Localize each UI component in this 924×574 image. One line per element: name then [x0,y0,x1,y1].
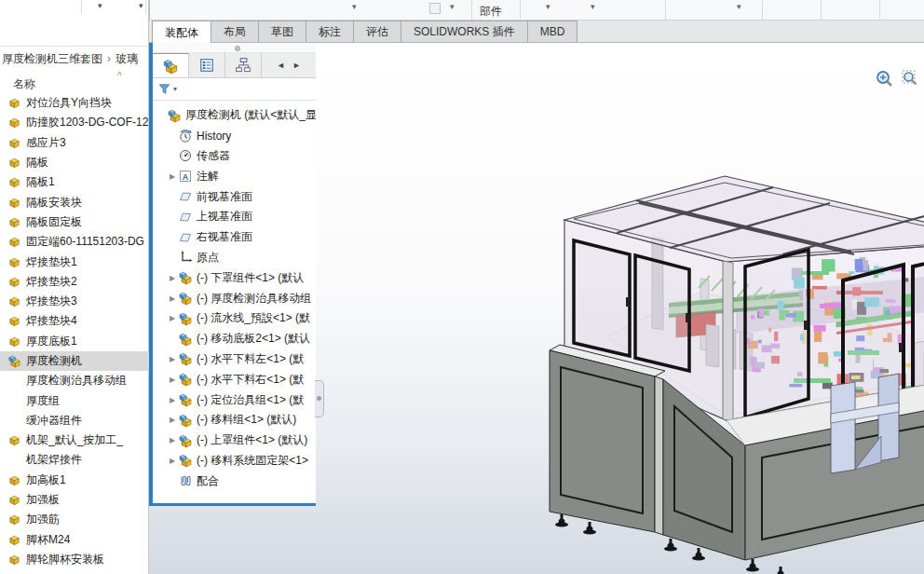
chevron-down-icon[interactable]: ▾ [737,2,741,11]
part-file-icon [7,553,21,567]
tree-item[interactable]: ▶(-) 下罩组件<1> (默认 [153,267,316,288]
tab-configurationmanager[interactable] [225,53,262,77]
breadcrumb-segment[interactable]: 玻璃 [116,52,138,65]
sort-ascending-icon[interactable]: ^ [117,71,122,81]
expand-arrow-icon[interactable]: ▶ [167,416,178,424]
chevron-down-icon[interactable]: ▾ [173,85,177,93]
tree-item[interactable]: History [153,126,316,146]
file-list-item[interactable]: 厚度底板1 [0,332,149,351]
tab-mbd[interactable]: MBD [527,20,578,42]
tree-item[interactable]: ▶(-) 移料组<1> (默认) [153,410,316,430]
tree-item[interactable]: 右视基准面 [153,227,316,248]
tree-item[interactable]: ▶(-) 流水线_預設<1> (默 [153,308,316,329]
chevron-down-icon[interactable]: ▾ [450,2,455,11]
file-list-item[interactable]: 隔板 [0,153,149,172]
chevron-down-icon[interactable]: ▾ [546,2,550,11]
file-list-item[interactable]: 机架_默认_按加工_ [0,430,149,450]
expand-arrow-icon[interactable]: ▶ [167,376,178,384]
tab-layout[interactable]: 布局 [211,20,259,42]
assembly-icon [178,413,193,428]
file-list-item[interactable]: 焊接垫块2 [0,272,149,292]
tree-item[interactable]: 厚度检测机 (默认<默认_显 [153,105,316,126]
file-list-item[interactable]: 隔板安装块 [0,192,149,212]
ribbon-group-label[interactable]: 部件 [480,4,502,20]
breadcrumb[interactable]: 厚度检测机三维套图›玻璃 [0,51,149,67]
file-list-item[interactable]: 对位治具Y向挡块 [0,93,149,113]
chevron-down-icon[interactable]: ▾ [352,2,357,11]
tree-item[interactable]: ▶(-) 水平下料左<1> (默 [153,349,316,370]
file-name-label: 隔板 [26,155,48,171]
expand-arrow-icon[interactable]: ▶ [167,314,178,322]
part-file-icon [7,275,21,289]
tree-item[interactable]: (-) 移动底板2<1> (默认 [153,329,316,349]
file-list-item[interactable]: 焊接垫块4 [0,311,149,331]
cad-model-thickness-inspection-machine[interactable] [466,99,924,574]
tree-item[interactable]: 原点 [153,248,316,268]
file-list-item[interactable]: 固定端60-11151203-DG [0,232,149,252]
file-list-item[interactable]: 焊接垫块1 [0,252,149,271]
tree-item[interactable]: 前视基准面 [153,186,316,207]
tree-item[interactable]: 配合 [153,471,316,491]
tab-featuremanager-tree[interactable] [153,53,189,77]
tree-item[interactable]: 上视基准面 [153,207,316,227]
breadcrumb-segment[interactable]: 厚度检测机三维套图 [2,52,102,65]
panel-splitter-handle[interactable] [153,43,316,53]
expand-arrow-icon[interactable]: ▶ [167,172,178,181]
panel-edge-grip[interactable] [315,380,324,417]
expand-arrow-icon[interactable]: ▶ [167,294,178,303]
tree-item[interactable]: ▶注解 [153,166,316,186]
file-list-item[interactable]: 加强筋 [0,510,149,529]
application-window: ▾ ▾ 厚度检测机三维套图›玻璃 ^ 名称 对位治具Y向挡块防撞胶1203-DG… [0,0,924,574]
tab-scroll-left-icon[interactable]: ◄ [277,61,285,70]
file-list-item[interactable]: 隔板固定板 [0,212,149,232]
tree-item[interactable]: 传感器 [153,146,316,167]
part-file-icon [7,314,21,328]
zoom-area-icon[interactable] [900,68,922,90]
expand-arrow-icon[interactable]: ▶ [167,274,178,282]
tree-item[interactable]: ▶(-) 水平下料右<1> (默 [153,369,316,390]
toolbar-separator [145,0,146,14]
tab-propertymanager[interactable] [189,53,225,77]
tab-annotate[interactable]: 标注 [306,20,354,42]
chevron-down-icon[interactable]: ▾ [139,1,143,10]
tab-solidworks-addins[interactable]: SOLIDWORKS 插件 [401,20,528,42]
expand-arrow-icon[interactable]: ▶ [167,436,178,444]
file-list-item[interactable]: 机架焊接件 [0,450,149,470]
tree-item[interactable]: ▶(-) 移料系统固定架<1> [153,451,316,472]
file-list-item[interactable]: 缓冲器组件 [0,411,149,430]
tree-item[interactable]: ▶(-) 定位治具组<1> (默 [153,390,316,410]
tree-item[interactable]: ▶(-) 上罩组件<1> (默认) [153,430,316,451]
zoom-fit-icon[interactable] [874,68,896,90]
expand-arrow-icon[interactable]: ▶ [167,355,178,363]
tree-item[interactable]: ▶(-) 厚度检测治具移动组 [153,288,316,308]
file-list-item[interactable]: 加高板1 [0,471,149,490]
chevron-down-icon[interactable]: ▾ [98,1,102,10]
file-list-item[interactable]: 厚度组 [0,390,149,410]
tab-assembly[interactable]: 装配体 [152,20,211,44]
heads-up-view-toolbar: ▾▾ [874,68,924,90]
tree-filter-bar[interactable]: ▾ [153,78,316,101]
ribbon-separator [879,0,880,20]
tab-sketch[interactable]: 草图 [258,20,306,42]
file-list-item[interactable]: 脚杯M24 [0,530,149,550]
tree-item-label: 右视基准面 [197,229,252,245]
file-list-item[interactable]: 厚度检测治具移动组 [0,371,149,390]
chevron-down-icon[interactable]: ▾ [591,2,595,11]
file-list-item[interactable]: 加强板 [0,490,149,510]
grip-dot-icon [317,396,321,401]
tab-scroll-right-icon[interactable]: ► [292,61,301,70]
expand-arrow-icon[interactable]: ▶ [167,396,178,404]
ribbon-strip: ▾ ▾ 部件 ▾ ▾ ▾ [149,0,924,20]
expand-arrow-icon[interactable]: ▶ [167,457,178,465]
file-name-label: 机架_默认_按加工_ [26,432,123,448]
tab-evaluate[interactable]: 评估 [353,20,401,42]
file-list-item[interactable]: 感应片3 [0,133,149,153]
part-file-icon [7,533,21,547]
file-list-item[interactable]: 焊接垫块3 [0,292,149,311]
file-list-item[interactable]: 脚轮脚杯安装板 [0,550,149,569]
file-list-item[interactable]: 防撞胶1203-DG-COF-12 [0,113,149,132]
file-list-item[interactable]: 隔板1 [0,172,149,192]
file-name-label: 焊接垫块1 [26,254,77,270]
ribbon-button-icon[interactable] [429,3,441,14]
file-list-item[interactable]: 厚度检测机 [0,351,149,371]
